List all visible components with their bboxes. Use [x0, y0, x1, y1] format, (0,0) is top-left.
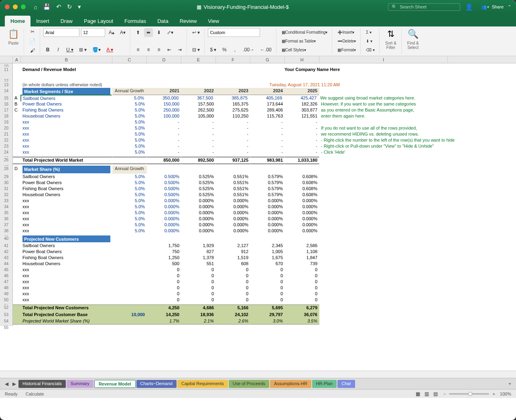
row-header[interactable]: 26	[0, 157, 13, 164]
segment-name[interactable]: xxx	[21, 216, 112, 222]
autosum-icon[interactable]: Σ ▾	[364, 28, 377, 36]
ribbon-tab-formulas[interactable]: Formulas	[119, 16, 152, 26]
growth-rate[interactable]: 5.0%	[112, 216, 147, 222]
segment-name[interactable]: xxx	[21, 198, 112, 204]
share-value[interactable]: 0.551%	[216, 180, 250, 186]
share-value[interactable]: 0.525%	[181, 174, 216, 180]
page-layout-view-icon[interactable]: ▥	[423, 390, 431, 398]
cust-value[interactable]: 912	[216, 249, 250, 255]
row-header[interactable]: 19	[0, 119, 13, 125]
cust-value[interactable]: 1,378	[181, 255, 216, 261]
segment-name[interactable]: Power Boat Owners	[21, 101, 112, 107]
copy-icon[interactable]: 📄	[27, 38, 37, 45]
row-header[interactable]: 18	[0, 113, 13, 119]
cust-value[interactable]: 0	[216, 279, 250, 285]
segment-name[interactable]: xxx	[21, 279, 112, 285]
fill-color-button[interactable]: 🪣▾	[90, 45, 103, 54]
share-value[interactable]: 0.579%	[250, 186, 285, 192]
cell-value[interactable]: -	[147, 143, 181, 149]
cust-value[interactable]: 0	[181, 267, 216, 273]
collapse-ribbon-icon[interactable]: ⌃	[508, 4, 511, 10]
minimize-window[interactable]	[13, 4, 18, 9]
ribbon-tab-home[interactable]: Home	[5, 16, 30, 26]
add-sheet-button[interactable]: +	[507, 381, 513, 387]
row-header[interactable]: 40	[0, 235, 13, 243]
share-value[interactable]: 0.000%	[285, 204, 319, 210]
share-value[interactable]: 0.000%	[216, 198, 250, 204]
cell-value[interactable]: 150,000	[147, 101, 181, 107]
share-value[interactable]: 0.000%	[181, 216, 216, 222]
cell[interactable]	[112, 297, 147, 303]
cust-value[interactable]: 0	[216, 267, 250, 273]
segment-name[interactable]: xxx	[21, 210, 112, 216]
sheet-tab-capital-requirements[interactable]: Capital Requirements	[177, 380, 228, 388]
cust-value[interactable]: 0	[216, 291, 250, 297]
growth-rate[interactable]: 5.0%	[112, 222, 147, 228]
zoom-window[interactable]	[21, 4, 26, 9]
cust-value[interactable]: 0	[147, 273, 181, 279]
insert-cells-button[interactable]: ➕ Insert ▾	[335, 28, 358, 36]
font-name-select[interactable]: Arial	[43, 28, 79, 37]
col-header-C[interactable]: C	[112, 56, 147, 63]
share-value[interactable]: 0.525%	[181, 186, 216, 192]
cust-value[interactable]: 500	[147, 261, 181, 267]
cell[interactable]	[112, 249, 147, 255]
cell-value[interactable]: -	[216, 119, 250, 125]
align-left-icon[interactable]: ≡	[134, 45, 142, 54]
normal-view-icon[interactable]: ▦	[414, 390, 423, 398]
cell-value[interactable]: 350,000	[146, 95, 181, 101]
zoom-level[interactable]: 100%	[500, 392, 511, 396]
segment-name[interactable]: xxx	[21, 131, 112, 137]
cell-value[interactable]: -	[147, 131, 181, 137]
row-header[interactable]: 55	[0, 325, 13, 326]
cust-value[interactable]: 1,750	[147, 243, 181, 249]
cell-value[interactable]: -	[250, 131, 285, 137]
cell-value[interactable]: -	[181, 131, 216, 137]
growth-rate[interactable]: 5.0%	[112, 198, 147, 204]
segment-name[interactable]: xxx	[21, 228, 112, 234]
growth-rate[interactable]: 5.0%	[112, 131, 147, 137]
cust-value[interactable]: 0	[181, 273, 216, 279]
conditional-formatting-button[interactable]: ▦ Conditional Formatting ▾	[280, 28, 330, 36]
cell-value[interactable]: -	[250, 137, 285, 143]
sheet-tab-historical-financials[interactable]: Historical Financials	[18, 380, 66, 388]
segment-name[interactable]: Sailboat Owners	[21, 174, 112, 180]
bold-button[interactable]: B	[43, 45, 52, 54]
cust-value[interactable]: 0	[250, 273, 285, 279]
cell-value[interactable]: 250,000	[147, 107, 181, 113]
cell-value[interactable]: -	[181, 143, 216, 149]
share-value[interactable]: 0.579%	[250, 192, 285, 198]
cell-value[interactable]: 100,000	[147, 113, 181, 119]
row-header[interactable]: 14	[0, 88, 13, 95]
share-value[interactable]: 0.000%	[216, 204, 250, 210]
cust-value[interactable]: 0	[147, 279, 181, 285]
cell-value[interactable]: -	[147, 149, 181, 155]
segment-name[interactable]: Fishing Boat Owners	[21, 107, 112, 113]
segment-name[interactable]: Houseboat Owners	[21, 113, 112, 119]
align-center-icon[interactable]: ≡	[144, 45, 153, 54]
col-header-F[interactable]: F	[216, 56, 250, 63]
cust-value[interactable]: 551	[181, 261, 216, 267]
cell[interactable]	[112, 279, 147, 285]
share-value[interactable]: 0.000%	[147, 198, 181, 204]
cell[interactable]	[112, 255, 147, 261]
share-value[interactable]: 0.000%	[147, 210, 181, 216]
cell[interactable]	[112, 273, 147, 279]
segment-name[interactable]: xxx	[21, 204, 112, 210]
growth-rate[interactable]: 5.0%	[112, 107, 147, 113]
font-size-select[interactable]: 12	[81, 28, 105, 37]
cell-value[interactable]: -	[285, 119, 319, 125]
comma-icon[interactable]: ,	[230, 45, 239, 54]
col-header-B[interactable]: B	[21, 56, 112, 63]
cell-value[interactable]: 367,500	[181, 95, 215, 101]
sheet-tab-revenue-model[interactable]: Revenue Model	[94, 380, 136, 388]
cell-value[interactable]: 262,500	[181, 107, 216, 113]
col-header-H[interactable]: H	[285, 56, 319, 63]
segment-name[interactable]: xxx	[21, 149, 112, 155]
home-icon[interactable]: ⌂	[34, 4, 37, 10]
cell-styles-button[interactable]: ▦ Cell Styles ▾	[280, 46, 330, 54]
sheet-tab-charts-demand[interactable]: Charts~Demand	[136, 380, 177, 388]
cell-value[interactable]: 165,375	[216, 101, 250, 107]
segment-name[interactable]: Sailboat Owners	[21, 243, 112, 249]
cell[interactable]	[112, 318, 147, 325]
